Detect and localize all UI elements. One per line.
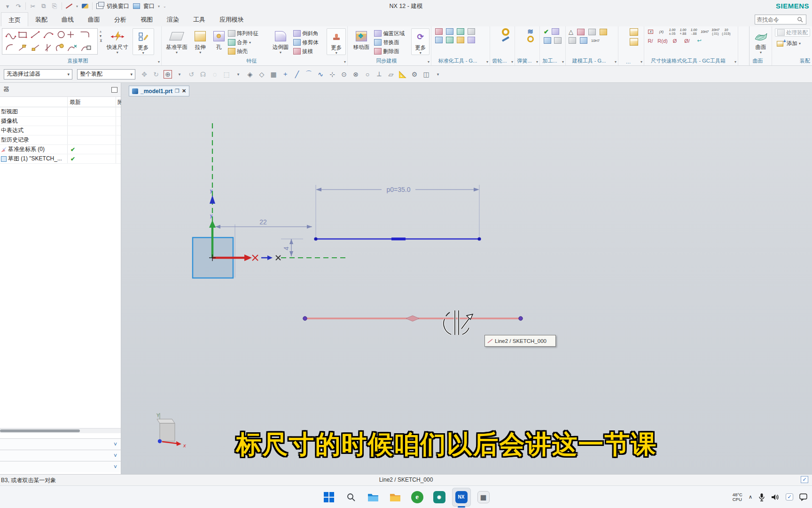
group-launcher-icon[interactable]: ▾ [615,60,617,64]
start-button[interactable] [320,488,338,507]
sketch-plane-icon[interactable]: ▱ [387,70,395,79]
group-launcher-icon[interactable]: ▾ [486,60,488,64]
snap-point-icon[interactable]: ✥ [140,70,148,79]
group-launcher-icon[interactable]: ▾ [562,60,564,64]
surface-button[interactable]: 曲面▾ [751,28,770,54]
bounded-plane-icon[interactable]: ⊕ [164,70,172,79]
group-launcher-icon[interactable]: ▾ [640,60,642,64]
features-more-button[interactable]: 更多▾ [327,28,346,55]
dropdown-caret-icon[interactable]: ▾ [234,70,242,79]
sync-more-button[interactable]: ⟳ 更多▾ [411,28,429,55]
gear-icon[interactable] [502,28,509,36]
chevron-down-icon[interactable]: ˅ [114,452,117,459]
sketch-tools-palette[interactable] [2,28,98,55]
measure-icon[interactable]: 📐 [398,70,407,79]
note-icon[interactable] [569,37,576,44]
move-face-button[interactable]: ✥ 移动面 [350,28,373,51]
blocks-icon-2[interactable] [630,38,638,46]
nx-app-button-active[interactable]: NX [452,488,471,507]
pattern-feature-button[interactable]: 阵列特征 [228,29,268,38]
machining-setup-icon[interactable] [554,37,562,44]
tab-tools[interactable]: 工具 [186,12,212,26]
center-icon[interactable]: ⊙ [340,70,348,79]
tree-item-expressions[interactable]: 中表达式 [0,126,121,135]
sketch-viewport[interactable]: 22 p0=35.0 4 y y [121,83,812,474]
chamfer-button[interactable]: 倒斜角 [293,29,326,38]
tree-item-model-views[interactable]: 型视图 [0,107,121,117]
tab-curve[interactable]: 曲线 [55,12,81,26]
command-search-input[interactable] [757,16,797,23]
dim-tol-icon-2[interactable]: 1.00+.88 [678,28,688,35]
tolerance-icon[interactable]: 10H7 [591,39,600,43]
lasso-icon[interactable]: ⬚ [222,70,231,79]
gear-tool-icon[interactable] [502,36,509,41]
tab-render[interactable]: 渲染 [160,12,186,26]
dim-fit-icon-1[interactable]: 10H7 [699,30,710,34]
add-component-button[interactable]: + 添加▾ [775,39,803,48]
dim-tol-icon-3[interactable]: 1.00-.88 [688,28,699,35]
sketch-more-button[interactable]: 更多 ▾ [133,28,154,55]
chevron-down-icon[interactable]: ˅ [114,441,117,448]
machining-grid-icon[interactable] [552,28,559,35]
group-launcher-icon[interactable]: ▾ [536,60,538,64]
line2-midpoint-handle[interactable] [406,316,419,321]
chevron-down-icon[interactable]: ˅ [114,464,117,470]
rapid-dimension-button[interactable]: 快速尺寸 ▾ [103,28,132,54]
intersection-icon[interactable]: ⊗ [351,70,360,79]
selection-scope-dropdown[interactable]: 整个装配▾ [77,69,135,79]
radius-ref-dim-icon[interactable]: R(d) [657,38,668,44]
std-tool-icon-5[interactable] [435,37,443,43]
microphone-icon[interactable] [758,493,765,501]
dashed-region-icon[interactable]: ◌ [211,70,219,79]
draft-button[interactable]: 拔模 [293,47,326,56]
dim-fit-icon-3[interactable]: 10(.015) [721,28,732,35]
line-endpoint[interactable] [314,237,317,240]
datum-plane-button[interactable]: 基准平面▾ [164,28,190,54]
replace-face-button[interactable]: 替换面 [374,38,410,47]
chat-notification-icon[interactable] [799,493,807,501]
navigator-column-headers[interactable]: 最新 附 [0,97,121,107]
dropdown-caret-icon[interactable]: ▾ [434,70,442,79]
std-tool-icon-4[interactable] [468,28,475,35]
settings-icon[interactable]: ⚙ [410,70,419,79]
group-launcher-icon[interactable]: ▾ [158,60,160,64]
dim-style-x-paren-icon[interactable]: (X) [656,30,667,34]
diameter-slash-dim-icon[interactable]: Ø/ [682,38,692,44]
hole-button[interactable]: 孔 [211,28,227,51]
shell-button[interactable]: 抽壳 [228,47,268,56]
browser-button[interactable]: e [408,488,427,507]
tree-item-sketch[interactable]: 草图 (1) "SKETCH_... ✔ [0,154,121,164]
shaded-view-icon[interactable]: ◈ [246,70,254,79]
status-check-icon[interactable]: ✓ [801,476,808,483]
std-tool-icon-2[interactable] [446,28,453,35]
tab-view[interactable]: 视图 [133,12,160,26]
process-assembly-button[interactable]: 处理装配 [775,28,810,37]
collapsed-pane-1[interactable]: ˅ [0,438,121,450]
midpoint-icon[interactable]: ⊹ [328,70,336,79]
y-direction-arrow[interactable] [210,195,215,204]
std-tool-icon-1[interactable] [435,28,443,35]
panel-pin-icon[interactable] [111,87,117,93]
folder-parts-icon[interactable] [600,29,607,35]
folder-shortcut-button[interactable] [386,488,405,507]
line2-endpoint[interactable] [303,317,307,320]
dimension-22-value[interactable]: 22 [259,218,267,226]
dropdown-caret-icon[interactable]: ▾ [175,70,184,79]
spline-tool-icon[interactable]: ∿ [316,70,325,79]
dimension-pen-icon[interactable] [580,37,587,44]
scrollbar-thumb[interactable] [0,429,80,432]
arc-tool-icon[interactable]: ⌒ [304,70,313,79]
std-tool-icon-7[interactable] [457,37,464,43]
revert-format-icon[interactable]: ↩ [694,38,704,44]
line-tool-icon[interactable]: ╱ [293,70,301,79]
perpendicular-icon[interactable]: ⟂ [375,70,383,79]
display-mode-icon[interactable]: ◫ [422,70,430,79]
wireframe-view-icon[interactable]: ◇ [258,70,266,79]
navigator-horizontal-scrollbar[interactable] [0,428,121,433]
std-tool-icon-3[interactable] [457,28,464,35]
tab-analysis[interactable]: 分析 [107,12,133,26]
coil-icon[interactable] [527,36,534,42]
unite-button[interactable]: 合并▾ [228,38,268,47]
tree-item-model-history[interactable]: 型历史记录 [0,135,121,145]
command-finder[interactable] [755,15,806,24]
